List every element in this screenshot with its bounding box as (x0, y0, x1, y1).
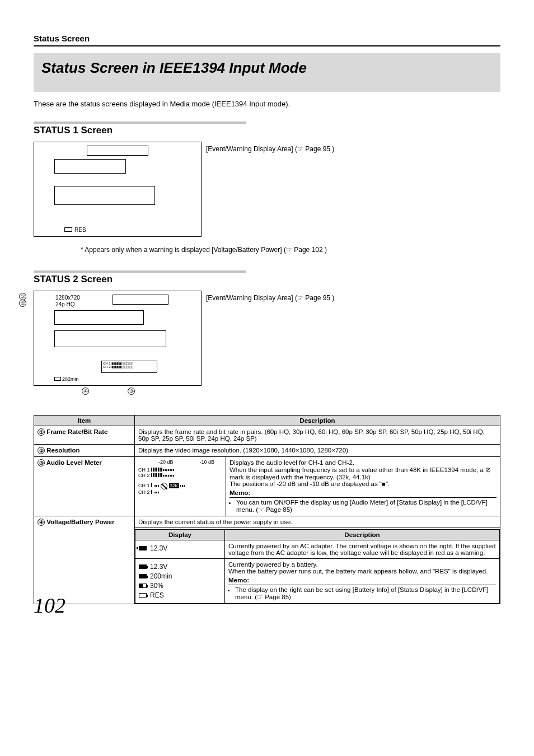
row2-item: Resolution (46, 447, 79, 454)
desc-head: Description (225, 529, 500, 540)
marker-3: ③ (38, 459, 45, 466)
divider (34, 270, 246, 273)
row1-desc: Displays the frame rate and bit rate in … (135, 426, 500, 444)
ch2-label: CH 2 (138, 489, 150, 495)
page-number: 102 (34, 593, 65, 618)
main-title: Status Screen in IEEE1394 Input Mode (41, 59, 493, 77)
time-batt: 200min (150, 572, 172, 580)
voltage-ac: 12.3V (150, 544, 167, 552)
description-table: Item Description ① Frame Rate/Bit Rate D… (34, 415, 500, 604)
lead-text: These are the status screens displayed i… (34, 100, 500, 108)
status1-footnote: * Appears only when a warning is display… (81, 246, 500, 254)
marker-2: ② (19, 293, 26, 300)
col-item: Item (34, 415, 135, 426)
marker-4: ④ (82, 388, 89, 395)
row3-desc: Displays the audio level for CH-1 and CH… (229, 459, 496, 487)
section-header: Status Screen (34, 34, 500, 43)
row1-item: Frame Rate/Bit Rate (46, 428, 107, 435)
row2-desc: Displays the video image resolution. (19… (135, 444, 500, 456)
pct-batt: 30% (150, 582, 163, 590)
memo-label: Memo: (229, 489, 250, 496)
row3-memo: You can turn ON/OFF the display using [A… (236, 499, 496, 514)
status1-heading: STATUS 1 Screen (34, 125, 500, 136)
resolution-label: 1280x720 (55, 295, 80, 301)
col-description: Description (135, 415, 500, 426)
voltage-batt: 12.3V (150, 563, 167, 571)
marker-1: ① (38, 428, 45, 436)
ch1-label: CH 1 (138, 467, 150, 473)
header-rule (34, 45, 500, 46)
marker-1: ① (19, 300, 26, 307)
marker-4: ④ (38, 519, 45, 526)
plug-icon (139, 546, 147, 550)
status2-callout: [Event/Warning Display Area] (☞ Page 95 … (206, 294, 334, 302)
marker-2: ② (38, 447, 45, 454)
status1-screen-diagram: RES (34, 142, 202, 237)
audio-meter-diagram: -20 dB -10 dB CH 1 CH 2 CH 1 32K CH 2 (138, 459, 222, 500)
framerate-label: 24p HQ (55, 301, 74, 307)
battery-empty-icon (139, 593, 147, 598)
ch1-label: CH 1 (138, 483, 150, 488)
32k-box: 32K (169, 483, 179, 488)
batt-desc: Currently powered by a battery. When the… (228, 561, 496, 575)
res-batt: RES (150, 591, 164, 599)
row4-item: Voltage/Battery Power (46, 519, 114, 525)
battery-full-icon (139, 574, 147, 578)
battery-half-icon (139, 584, 147, 588)
marker-3: ③ (128, 388, 135, 395)
status2-screen-diagram: 1280x720 24p HQ CH 1 ▮▮▮▮▮▮▯▯▯▯▯▯▯CH 2 ▮… (34, 291, 202, 386)
battery-icon (54, 377, 61, 381)
divider (34, 122, 246, 124)
row4-lead: Displays the current status of the power… (135, 516, 500, 528)
row4-memo: The display on the right can be set usin… (235, 586, 496, 601)
neg20-label: -20 dB (158, 459, 174, 465)
battery-icon (64, 227, 72, 232)
ch2-label: CH 2 (138, 473, 150, 478)
res-label: RES (74, 227, 86, 233)
memo-label: Memo: (228, 577, 249, 584)
display-head: Display (135, 529, 225, 540)
remain-label: 282min (62, 376, 79, 382)
main-title-block: Status Screen in IEEE1394 Input Mode (34, 53, 500, 92)
status2-heading: STATUS 2 Screen (34, 274, 500, 285)
voltage-battery-table: Display Description 12.3V Currently powe… (135, 529, 500, 604)
status1-callout: [Event/Warning Display Area] (☞ Page 95 … (206, 145, 334, 153)
neg10-label: -10 dB (199, 459, 214, 465)
ac-desc: Currently powered by an AC adapter. The … (225, 540, 500, 558)
row3-item: Audio Level Meter (46, 459, 102, 466)
battery-full-icon (139, 564, 147, 569)
